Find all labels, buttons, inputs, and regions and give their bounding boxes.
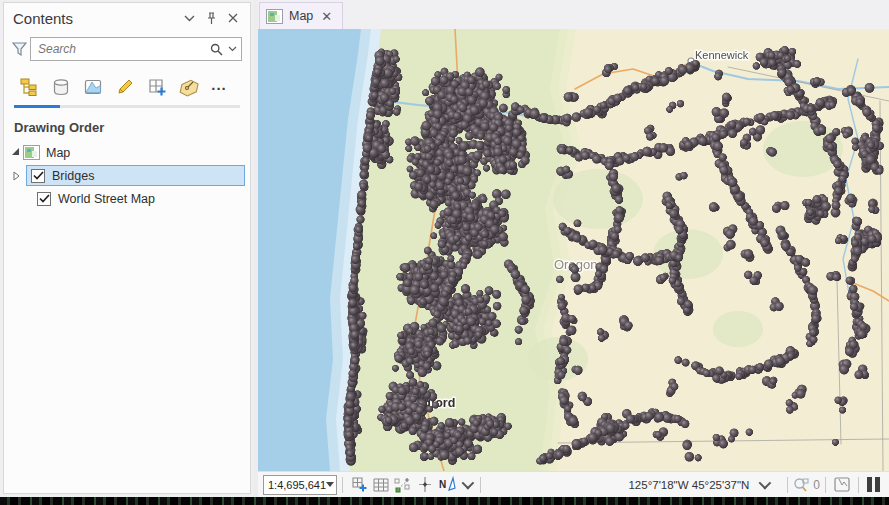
map-canvas-container bbox=[258, 29, 889, 471]
filter-funnel-icon[interactable] bbox=[8, 42, 30, 56]
list-by-editing-icon[interactable] bbox=[110, 73, 140, 101]
toolbar-divider bbox=[14, 105, 240, 108]
map-status-bar: 1:4,695,641 N 125°7'18"W 45°25'37 bbox=[258, 471, 889, 497]
layers-tree: Map Bridges bbox=[4, 141, 250, 210]
map-canvas[interactable] bbox=[258, 29, 889, 471]
arcgis-pro-window: Contents bbox=[0, 0, 889, 505]
pause-map-drawing-button[interactable] bbox=[864, 477, 883, 492]
bridges-layer-row[interactable]: Bridges bbox=[26, 165, 245, 186]
divider bbox=[787, 477, 788, 493]
world-street-map-checkbox[interactable] bbox=[37, 192, 51, 206]
search-box bbox=[30, 37, 242, 61]
active-tab-underline bbox=[14, 105, 60, 108]
bridges-layer-label: Bridges bbox=[52, 169, 94, 183]
collapsed-arrow-icon[interactable] bbox=[13, 171, 23, 181]
status-right-group: 0 bbox=[782, 474, 883, 496]
background-window-artifact bbox=[0, 497, 889, 505]
divider bbox=[342, 477, 343, 493]
contents-toolbar: ... bbox=[4, 65, 250, 101]
search-row bbox=[4, 33, 250, 65]
world-street-map-layer-row[interactable]: World Street Map bbox=[33, 188, 245, 209]
contents-pane: Contents bbox=[3, 2, 251, 494]
divider bbox=[858, 477, 859, 493]
coordinates-value: 125°7'18"W 45°25'37"N bbox=[628, 479, 749, 491]
search-input[interactable] bbox=[38, 42, 210, 56]
search-chevron-icon[interactable] bbox=[228, 46, 237, 52]
map-view-area: Map ✕ 1:4,695,641 bbox=[258, 0, 889, 497]
map-grid-new-icon[interactable] bbox=[348, 474, 370, 496]
map-thumbnail-icon bbox=[23, 145, 40, 160]
snapping-toggle-icon[interactable] bbox=[392, 474, 414, 496]
contents-dock: Contents bbox=[0, 0, 253, 497]
close-pane-icon[interactable] bbox=[222, 8, 244, 28]
north-arrow-icon[interactable]: N bbox=[436, 474, 458, 496]
selected-features-count: 0 bbox=[813, 478, 820, 492]
tree-item-world-street-map[interactable]: World Street Map bbox=[4, 187, 250, 210]
drawing-order-heading: Drawing Order bbox=[4, 108, 250, 141]
tree-item-map[interactable]: Map bbox=[4, 141, 250, 164]
coordinates-readout[interactable]: 125°7'18"W 45°25'37"N bbox=[628, 479, 768, 491]
view-tab-bar: Map ✕ bbox=[258, 0, 889, 29]
list-by-snapping-icon[interactable] bbox=[142, 73, 172, 101]
world-street-map-layer-label: World Street Map bbox=[58, 192, 155, 206]
pin-icon[interactable] bbox=[200, 8, 222, 28]
map-tab-close-icon[interactable]: ✕ bbox=[319, 9, 334, 24]
scale-dropdown-arrow-icon bbox=[326, 482, 334, 487]
list-by-selection-icon[interactable] bbox=[78, 73, 108, 101]
divider bbox=[480, 477, 481, 493]
map-view-tab[interactable]: Map ✕ bbox=[259, 2, 343, 29]
coordinates-chevron-icon bbox=[759, 477, 772, 490]
map-tab-icon bbox=[266, 9, 283, 24]
scale-combobox[interactable]: 1:4,695,641 bbox=[263, 475, 337, 495]
pane-title: Contents bbox=[13, 10, 178, 27]
expanded-arrow-icon[interactable] bbox=[12, 148, 19, 155]
divider bbox=[825, 477, 826, 493]
more-options-button[interactable]: ... bbox=[206, 73, 232, 101]
map-node-label: Map bbox=[46, 146, 70, 160]
pause-drawing-crosshair-icon[interactable] bbox=[414, 474, 436, 496]
scale-value: 1:4,695,641 bbox=[268, 479, 326, 491]
pane-menu-chevron-icon[interactable] bbox=[178, 8, 200, 28]
selected-features-indicator[interactable]: 0 bbox=[793, 477, 820, 492]
graticule-grid-icon[interactable] bbox=[370, 474, 392, 496]
list-by-labeling-icon[interactable] bbox=[174, 73, 204, 101]
snapping-chevron-icon[interactable] bbox=[462, 477, 475, 490]
map-tab-label: Map bbox=[289, 9, 313, 23]
bridges-checkbox[interactable] bbox=[31, 169, 45, 183]
contents-pane-header: Contents bbox=[4, 3, 250, 33]
search-magnifier-icon[interactable] bbox=[210, 43, 223, 56]
select-tool-icon[interactable] bbox=[831, 474, 853, 496]
svg-text:N: N bbox=[439, 479, 446, 490]
list-by-data-source-icon[interactable] bbox=[46, 73, 76, 101]
list-by-drawing-order-icon[interactable] bbox=[14, 73, 44, 101]
tree-item-bridges[interactable]: Bridges bbox=[4, 164, 250, 187]
